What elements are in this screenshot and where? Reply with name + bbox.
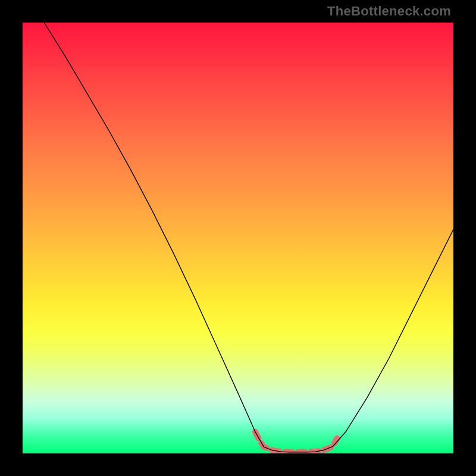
highlight-segment [255, 432, 337, 452]
curve-layer [23, 23, 453, 453]
plot-area [23, 23, 453, 453]
chart-frame: TheBottleneck.com [0, 0, 476, 476]
curve-line [44, 23, 453, 452]
watermark-text: TheBottleneck.com [327, 4, 451, 19]
